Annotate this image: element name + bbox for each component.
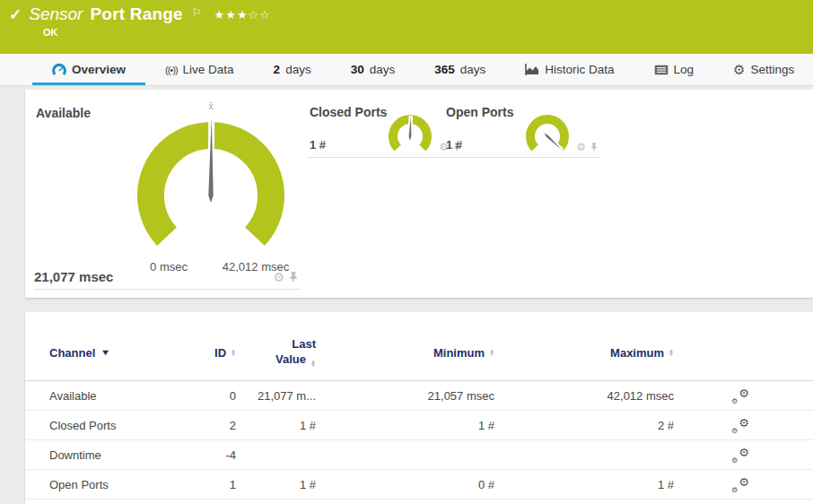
channel-settings-icon[interactable]: ⚙ ⚙ [731, 418, 749, 433]
gauge-cell-open-ports[interactable]: Open Ports 1 # ⚙ [444, 90, 599, 298]
table-row-downtime[interactable]: Downtime -4 ⚙ ⚙ [25, 440, 813, 470]
column-header-maximum[interactable]: Maximum [494, 346, 674, 360]
column-header-channel[interactable]: Channel ▼ [49, 346, 187, 360]
divider [308, 157, 462, 158]
gauge-value: 21,077 msec [34, 269, 113, 284]
table-header-row: Channel ▼ ID Last Value Minimum Maximum [25, 330, 813, 375]
priority-stars[interactable]: ★★★☆☆ [214, 8, 271, 22]
gear-icon[interactable]: ⚙ [576, 142, 586, 152]
pin-icon[interactable] [590, 143, 598, 152]
divider [444, 157, 599, 158]
sensor-title: Port Range [90, 4, 182, 24]
tab-365-days[interactable]: 365 days [415, 54, 505, 85]
tab-label: Settings [751, 63, 795, 76]
log-icon [654, 65, 669, 75]
column-header-id[interactable]: ID [187, 346, 236, 360]
sensor-tab-bar: Overview ((•)) Live Data 2 days 30 days … [0, 54, 813, 86]
table-row-available[interactable]: Available 0 21,077 m... 21,057 msec 42,0… [25, 381, 813, 411]
gear-icon: ⚙ [739, 387, 749, 400]
gauge-title: Available [36, 106, 91, 120]
column-label: Maximum [610, 346, 664, 360]
gear-icon: ⚙ [731, 427, 738, 435]
gear-icon: ⚙ [739, 475, 749, 489]
column-header-last-value[interactable]: Last Value [236, 337, 316, 368]
minimum-value: 0 # [316, 478, 494, 491]
gauge-title: Open Ports [446, 105, 513, 119]
tab-settings[interactable]: ⚙ Settings [713, 54, 813, 85]
channel-name[interactable]: Downtime [49, 448, 187, 462]
gear-icon: ⚙ [731, 456, 738, 465]
channel-name[interactable]: Open Ports [49, 478, 187, 491]
sort-icon [310, 360, 316, 367]
live-data-icon: ((•)) [165, 65, 178, 75]
status-badge: OK [43, 27, 58, 38]
tab-overview[interactable]: Overview [32, 54, 145, 85]
gauge-needle [208, 115, 214, 203]
closed-ports-gauge [383, 108, 437, 160]
channel-id: 0 [187, 389, 236, 403]
sort-caret-icon: ▼ [101, 348, 111, 357]
sensor-status-header: ✓ Sensor Port Range ⚐ ★★★☆☆ OK [0, 0, 813, 54]
tab-label: Live Data [183, 63, 234, 76]
gear-icon: ⚙ [739, 446, 749, 459]
column-label: Channel [49, 346, 95, 360]
divider [34, 289, 301, 290]
tab-historic-data[interactable]: Historic Data [505, 54, 634, 85]
maximum-value: 1 # [494, 478, 674, 491]
status-check-icon: ✓ [9, 5, 22, 24]
channel-settings-icon[interactable]: ⚙ ⚙ [731, 448, 749, 463]
tab-label: Historic Data [545, 63, 614, 76]
minimum-value: 21,057 msec [316, 389, 494, 403]
pin-icon[interactable] [289, 272, 298, 282]
channel-settings-icon[interactable]: ⚙ ⚙ [731, 477, 749, 492]
column-label: ID [214, 346, 226, 360]
gauge-value: 1 # [310, 138, 326, 152]
tab-label: days [460, 63, 486, 76]
gear-icon[interactable]: ⚙ [273, 271, 284, 283]
channel-name[interactable]: Available [49, 389, 187, 403]
object-kind-label: Sensor [29, 4, 83, 24]
table-row-open-ports[interactable]: Open Ports 1 1 # 0 # 1 # ⚙ ⚙ [25, 470, 813, 500]
historic-chart-icon [525, 64, 539, 75]
maximum-value: 42,012 msec [494, 389, 674, 403]
tab-log[interactable]: Log [634, 54, 714, 85]
gauge-cell-available[interactable]: Available x̄ 0 msec 42,012 msec 21,077 m… [34, 90, 301, 298]
tab-label: Overview [72, 63, 126, 76]
tab-label: Log [674, 63, 695, 76]
channel-id: 2 [187, 419, 236, 432]
last-value: 21,077 m... [236, 389, 316, 403]
last-value: 1 # [236, 478, 316, 491]
channel-name[interactable]: Closed Ports [49, 419, 187, 432]
average-marker: x̄ [209, 101, 214, 111]
minimum-value: 1 # [316, 419, 494, 432]
sort-icon [669, 349, 674, 356]
channel-table: Channel ▼ ID Last Value Minimum Maximum [25, 312, 813, 500]
flag-icon[interactable]: ⚐ [192, 6, 202, 19]
gauge-title: Closed Ports [310, 105, 387, 119]
gear-icon: ⚙ [731, 397, 738, 405]
gauge-value: 1 # [446, 138, 462, 152]
tab-label: days [285, 63, 311, 76]
channel-settings-icon[interactable]: ⚙ ⚙ [731, 388, 749, 404]
gauge-cell-closed-ports[interactable]: Closed Ports 1 # ⚙ [308, 90, 462, 298]
available-gauge: x̄ [121, 99, 301, 269]
column-label: Minimum [433, 346, 485, 360]
tab-live-data[interactable]: ((•)) Live Data [145, 54, 254, 85]
tab-30-days[interactable]: 30 days [331, 54, 415, 85]
tab-number: 365 [434, 63, 455, 76]
gauge-min-label: 0 msec [133, 260, 205, 274]
last-value: 1 # [236, 419, 316, 432]
maximum-value: 2 # [494, 419, 674, 432]
channel-id: 1 [187, 478, 236, 491]
gauges-panel: Available x̄ 0 msec 42,012 msec 21,077 m… [25, 90, 813, 298]
gear-icon: ⚙ [739, 416, 749, 430]
open-ports-gauge [520, 108, 574, 160]
column-header-minimum[interactable]: Minimum [316, 346, 494, 360]
gauge-icon [52, 63, 66, 76]
channel-id: -4 [187, 448, 236, 462]
gauge-needle [408, 116, 412, 141]
tab-label: days [370, 63, 396, 76]
table-row-closed-ports[interactable]: Closed Ports 2 1 # 1 # 2 # ⚙ ⚙ [25, 411, 813, 440]
gauge-cell-actions: ⚙ [576, 142, 598, 152]
tab-2-days[interactable]: 2 days [254, 54, 331, 85]
